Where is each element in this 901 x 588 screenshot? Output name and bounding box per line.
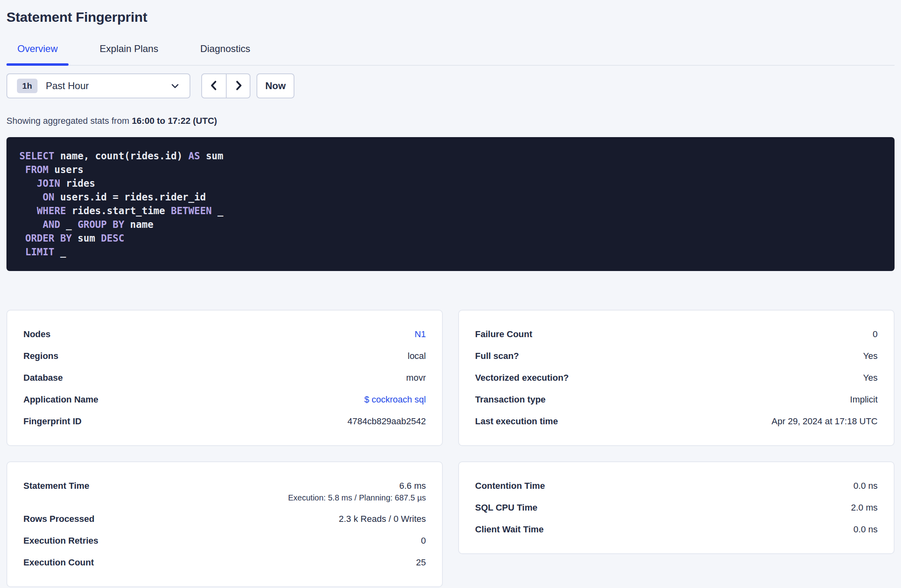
stats-prefix: Showing aggregated stats from: [6, 116, 132, 126]
statement-time-value-group: 6.6 msExecution: 5.8 ms / Planning: 687.…: [288, 480, 426, 503]
sql-line: AND _ GROUP BY name: [19, 218, 882, 231]
database-value: movr: [406, 372, 426, 384]
sql-line: SELECT name, count(rides.id) AS sum: [19, 149, 882, 163]
time-range-badge: 1h: [17, 79, 38, 93]
failure-count-value-group: 0: [873, 328, 878, 340]
statement-time-label: Statement Time: [23, 480, 89, 492]
row-full-scan: Full scan?Yes: [475, 350, 878, 362]
row-database: Databasemovr: [23, 372, 426, 384]
last-execution-time-value: Apr 29, 2024 at 17:18 UTC: [772, 415, 878, 427]
page-title: Statement Fingerprint: [6, 9, 895, 25]
prev-time-button[interactable]: [202, 74, 226, 98]
client-wait-time-value-group: 0.0 ns: [853, 523, 878, 536]
sql-line: FROM users: [19, 163, 882, 177]
execution-retries-value: 0: [421, 535, 426, 547]
statement-attributes-card: NodesN1RegionslocalDatabasemovrApplicati…: [6, 310, 443, 446]
row-last-execution-time: Last execution timeApr 29, 2024 at 17:18…: [475, 415, 878, 427]
last-execution-time-label: Last execution time: [475, 415, 558, 427]
tab-bar: OverviewExplain PlansDiagnostics: [6, 42, 895, 66]
rows-processed-value-group: 2.3 k Reads / 0 Writes: [339, 513, 426, 525]
client-wait-time-value: 0.0 ns: [853, 523, 878, 536]
row-sql-cpu-time: SQL CPU Time2.0 ms: [475, 502, 878, 514]
time-step-buttons: [201, 73, 250, 98]
transaction-type-value: Implicit: [850, 394, 878, 406]
nodes-value-group: N1: [415, 328, 426, 340]
application-name-link[interactable]: $ cockroach sql: [364, 394, 426, 406]
statement-fingerprint-page: Statement Fingerprint OverviewExplain Pl…: [0, 0, 901, 588]
execution-retries-label: Execution Retries: [23, 535, 98, 547]
chevron-left-icon: [208, 79, 220, 93]
sql-line: LIMIT _: [19, 245, 882, 259]
execution-count-value: 25: [416, 557, 426, 569]
contention-time-label: Contention Time: [475, 480, 545, 492]
sql-statement-box: SELECT name, count(rides.id) AS sum FROM…: [6, 137, 895, 271]
tab-diagnostics[interactable]: Diagnostics: [189, 42, 261, 65]
sql-cpu-time-value-group: 2.0 ms: [851, 502, 878, 514]
row-failure-count: Failure Count0: [475, 328, 878, 340]
time-range-label: Past Hour: [46, 80, 89, 92]
statement-time-breakdown: Execution: 5.8 ms / Planning: 687.5 µs: [288, 492, 426, 503]
stats-time-range: 16:00 to 17:22 (UTC): [132, 116, 217, 126]
regions-value: local: [408, 350, 426, 362]
execution-count-label: Execution Count: [23, 557, 94, 569]
row-contention-time: Contention Time0.0 ns: [475, 480, 878, 492]
execution-retries-value-group: 0: [421, 535, 426, 547]
database-label: Database: [23, 372, 63, 384]
next-time-button[interactable]: [226, 74, 250, 98]
client-wait-time-label: Client Wait Time: [475, 523, 544, 536]
nodes-label: Nodes: [23, 328, 50, 340]
rows-processed-value: 2.3 k Reads / 0 Writes: [339, 513, 426, 525]
execution-count-value-group: 25: [416, 557, 426, 569]
nodes-link[interactable]: N1: [415, 328, 426, 340]
row-statement-time: Statement Time6.6 msExecution: 5.8 ms / …: [23, 480, 426, 503]
sql-cpu-time-value: 2.0 ms: [851, 502, 878, 514]
row-nodes: NodesN1: [23, 328, 426, 340]
fingerprint-id-value-group: 4784cb829aab2542: [347, 415, 426, 427]
database-value-group: movr: [406, 372, 426, 384]
sql-line: ORDER BY sum DESC: [19, 231, 882, 245]
sql-line: WHERE rides.start_time BETWEEN _: [19, 204, 882, 218]
full-scan-value: Yes: [863, 350, 878, 362]
chevron-right-icon: [232, 79, 244, 93]
tab-overview[interactable]: Overview: [6, 42, 69, 65]
summary-cards: NodesN1RegionslocalDatabasemovrApplicati…: [6, 310, 895, 587]
time-range-dropdown[interactable]: 1h Past Hour: [6, 73, 190, 98]
row-regions: Regionslocal: [23, 350, 426, 362]
row-execution-retries: Execution Retries0: [23, 535, 426, 547]
row-vectorized-execution: Vectorized execution?Yes: [475, 372, 878, 384]
contention-time-value-group: 0.0 ns: [853, 480, 878, 492]
now-button[interactable]: Now: [257, 73, 294, 98]
vectorized-execution-label: Vectorized execution?: [475, 372, 569, 384]
chevron-down-icon: [169, 80, 181, 92]
row-execution-count: Execution Count25: [23, 557, 426, 569]
row-rows-processed: Rows Processed2.3 k Reads / 0 Writes: [23, 513, 426, 525]
time-controls: 1h Past Hour Now: [6, 73, 895, 98]
failure-count-label: Failure Count: [475, 328, 532, 340]
vectorized-execution-value: Yes: [863, 372, 878, 384]
vectorized-execution-value-group: Yes: [863, 372, 878, 384]
row-client-wait-time: Client Wait Time0.0 ns: [475, 523, 878, 536]
aggregated-stats-text: Showing aggregated stats from 16:00 to 1…: [6, 115, 895, 127]
sql-cpu-time-label: SQL CPU Time: [475, 502, 537, 514]
timing-stats-card: Statement Time6.6 msExecution: 5.8 ms / …: [6, 461, 443, 587]
regions-label: Regions: [23, 350, 58, 362]
row-transaction-type: Transaction typeImplicit: [475, 394, 878, 406]
sql-line: ON users.id = rides.rider_id: [19, 190, 882, 204]
last-execution-time-value-group: Apr 29, 2024 at 17:18 UTC: [772, 415, 878, 427]
statement-time-value: 6.6 ms: [288, 480, 426, 492]
full-scan-label: Full scan?: [475, 350, 519, 362]
transaction-type-value-group: Implicit: [850, 394, 878, 406]
execution-attributes-card: Failure Count0Full scan?YesVectorized ex…: [458, 310, 895, 446]
fingerprint-id-value: 4784cb829aab2542: [347, 415, 426, 427]
tab-explain-plans[interactable]: Explain Plans: [89, 42, 169, 65]
rows-processed-label: Rows Processed: [23, 513, 94, 525]
contention-time-value: 0.0 ns: [853, 480, 878, 492]
regions-value-group: local: [408, 350, 426, 362]
row-application-name: Application Name$ cockroach sql: [23, 394, 426, 406]
row-fingerprint-id: Fingerprint ID4784cb829aab2542: [23, 415, 426, 427]
full-scan-value-group: Yes: [863, 350, 878, 362]
sql-line: JOIN rides: [19, 177, 882, 190]
application-name-value-group: $ cockroach sql: [364, 394, 426, 406]
wait-time-stats-card: Contention Time0.0 nsSQL CPU Time2.0 msC…: [458, 461, 895, 554]
failure-count-value: 0: [873, 328, 878, 340]
